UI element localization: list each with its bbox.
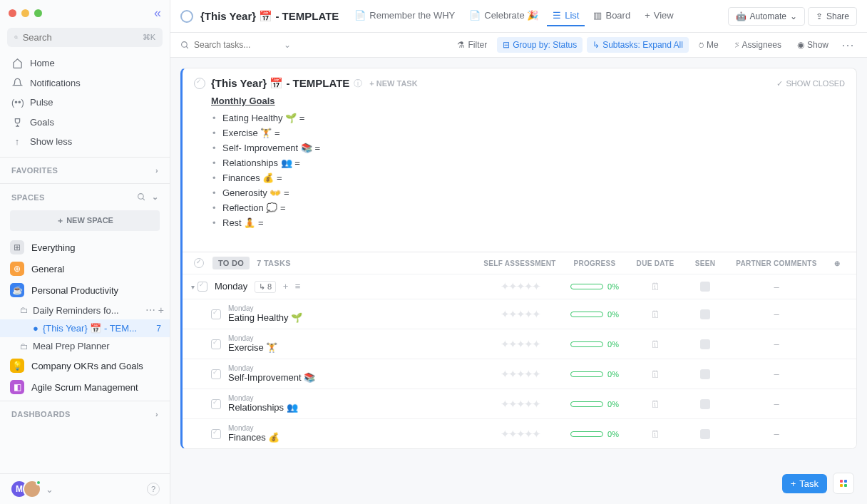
progress-bar[interactable]: 0%: [563, 340, 627, 349]
spaces-header[interactable]: SPACES ⌄: [0, 187, 170, 207]
favorites-header[interactable]: FAVORITES ›: [0, 160, 170, 180]
partner-comments-cell[interactable]: –: [727, 398, 826, 409]
folder-meal-prep[interactable]: 🗀 Meal Prep Planner: [0, 337, 170, 355]
more-icon[interactable]: ⋯: [838, 37, 857, 53]
col-partner-comments[interactable]: PARTNER COMMENTS: [727, 259, 826, 267]
subtasks-button[interactable]: ↳Subtasks: Expand All: [587, 37, 689, 53]
task-checkbox[interactable]: [211, 399, 221, 409]
task-search-input[interactable]: [194, 40, 279, 50]
me-button[interactable]: ⍥Me: [693, 37, 724, 53]
calendar-icon[interactable]: 🗓: [650, 398, 660, 410]
assignees-button[interactable]: ⍩Assignees: [729, 37, 787, 53]
space-okrs[interactable]: 💡 Company OKRs and Goals: [0, 355, 170, 376]
show-button[interactable]: ◉Show: [791, 37, 834, 53]
list-this-year[interactable]: ● {This Year} 📅 - TEM... 7: [0, 319, 170, 337]
rating-stars[interactable]: ✦✦✦✦✦: [477, 398, 563, 411]
rating-stars[interactable]: ✦✦✦✦✦: [477, 368, 563, 381]
rating-stars[interactable]: ✦✦✦✦✦: [477, 428, 563, 441]
col-self-assessment[interactable]: SELF ASSESSMENT: [477, 259, 563, 267]
task-row[interactable]: ▾ Monday ↳ 8 + ≡ ✦✦✦✦✦ 0% 🗓 –: [183, 274, 856, 299]
calendar-icon[interactable]: 🗓: [650, 339, 660, 350]
show-closed-button[interactable]: ✓ SHOW CLOSED: [776, 79, 845, 88]
tab-remember-why[interactable]: 📄Remember the WHY: [349, 6, 461, 26]
check-circle-icon[interactable]: [194, 78, 205, 89]
subtask-row[interactable]: Monday Self-Improvement 📚 ✦✦✦✦✦ 0% 🗓 –: [183, 359, 856, 389]
dashboards-header[interactable]: DASHBOARDS ›: [0, 404, 170, 424]
rating-stars[interactable]: ✦✦✦✦✦: [477, 308, 563, 321]
task-checkbox[interactable]: [211, 339, 221, 349]
search-icon[interactable]: [137, 192, 146, 202]
new-task-button[interactable]: + NEW TASK: [369, 79, 417, 88]
calendar-icon[interactable]: 🗓: [650, 369, 660, 380]
minimize-window-icon[interactable]: [21, 9, 29, 17]
seen-checkbox[interactable]: [700, 309, 710, 319]
partner-comments-cell[interactable]: –: [727, 282, 826, 292]
status-label[interactable]: TO DO: [212, 257, 250, 269]
seen-checkbox[interactable]: [700, 399, 710, 409]
nav-goals[interactable]: Goals: [0, 112, 170, 132]
seen-checkbox[interactable]: [700, 339, 710, 349]
partner-comments-cell[interactable]: –: [727, 309, 826, 319]
tab-add-view[interactable]: +View: [639, 6, 679, 26]
add-column-icon[interactable]: ⊕: [826, 259, 848, 267]
tab-celebrate[interactable]: 📄Celebrate 🎉: [463, 6, 544, 26]
progress-bar[interactable]: 0%: [563, 310, 627, 319]
chevron-down-icon[interactable]: ⌄: [152, 192, 158, 202]
new-space-button[interactable]: ＋ NEW SPACE: [10, 210, 160, 231]
seen-checkbox[interactable]: [700, 282, 710, 292]
close-window-icon[interactable]: [9, 9, 16, 17]
nav-home[interactable]: Home: [0, 53, 170, 73]
calendar-icon[interactable]: 🗓: [650, 309, 660, 320]
maximize-window-icon[interactable]: [34, 9, 42, 17]
automate-button[interactable]: 🤖Automate⌄: [728, 7, 805, 26]
sidebar-search[interactable]: ⌘K: [7, 28, 163, 47]
help-icon[interactable]: ?: [147, 483, 160, 495]
subtask-count[interactable]: ↳ 8: [255, 281, 276, 293]
task-checkbox[interactable]: [211, 309, 221, 319]
description-icon[interactable]: ≡: [295, 281, 301, 292]
tab-list[interactable]: ☰List: [547, 6, 585, 26]
share-button[interactable]: ⇪Share: [808, 7, 857, 26]
search-input[interactable]: [23, 32, 143, 43]
task-checkbox[interactable]: [211, 369, 221, 379]
space-everything[interactable]: ⊞ Everything: [0, 237, 170, 258]
seen-checkbox[interactable]: [700, 429, 710, 439]
apps-fab[interactable]: [833, 473, 854, 494]
col-progress[interactable]: PROGRESS: [563, 259, 627, 267]
partner-comments-cell[interactable]: –: [727, 339, 826, 349]
subtask-row[interactable]: Monday Exercise 🏋️ ✦✦✦✦✦ 0% 🗓 –: [183, 329, 856, 359]
calendar-icon[interactable]: 🗓: [650, 428, 660, 440]
subtask-row[interactable]: Monday Finances 💰 ✦✦✦✦✦ 0% 🗓 –: [183, 418, 856, 448]
new-task-fab[interactable]: +Task: [782, 474, 827, 493]
progress-bar[interactable]: 0%: [563, 400, 627, 408]
task-checkbox[interactable]: [211, 429, 221, 439]
rating-stars[interactable]: ✦✦✦✦✦: [477, 280, 563, 293]
folder-daily-reminders[interactable]: 🗀 Daily Reminders fo... ⋯+: [0, 301, 170, 319]
space-general[interactable]: ⊕ General: [0, 258, 170, 279]
progress-bar[interactable]: 0%: [563, 282, 627, 291]
more-icon[interactable]: ⋯: [145, 304, 155, 316]
rating-stars[interactable]: ✦✦✦✦✦: [477, 338, 563, 351]
plus-icon[interactable]: +: [283, 281, 289, 292]
list-status-icon[interactable]: [180, 10, 193, 23]
calendar-icon[interactable]: 🗓: [650, 281, 660, 292]
space-personal[interactable]: ☕ Personal Productivity: [0, 279, 170, 301]
seen-checkbox[interactable]: [700, 369, 710, 379]
task-search[interactable]: ⌄: [180, 40, 323, 50]
col-due-date[interactable]: DUE DATE: [627, 259, 684, 267]
collapse-sidebar-icon[interactable]: «: [154, 6, 161, 21]
partner-comments-cell[interactable]: –: [727, 369, 826, 379]
nav-pulse[interactable]: (••) Pulse: [0, 93, 170, 112]
col-seen[interactable]: SEEN: [684, 259, 727, 267]
avatar-group[interactable]: M: [10, 480, 41, 498]
space-agile[interactable]: ◧ Agile Scrum Management: [0, 376, 170, 398]
filter-button[interactable]: ⚗Filter: [451, 37, 493, 53]
partner-comments-cell[interactable]: –: [727, 428, 826, 439]
subtask-row[interactable]: Monday Eating Healthy 🌱 ✦✦✦✦✦ 0% 🗓 –: [183, 299, 856, 329]
tab-board[interactable]: ▥Board: [588, 6, 636, 26]
groupby-button[interactable]: ⊟Group by: Status: [497, 37, 583, 53]
info-icon[interactable]: ⓘ: [354, 78, 362, 90]
task-checkbox[interactable]: [197, 282, 207, 292]
subtask-row[interactable]: Monday Relationships 👥 ✦✦✦✦✦ 0% 🗓 –: [183, 389, 856, 418]
progress-bar[interactable]: 0%: [563, 430, 627, 438]
